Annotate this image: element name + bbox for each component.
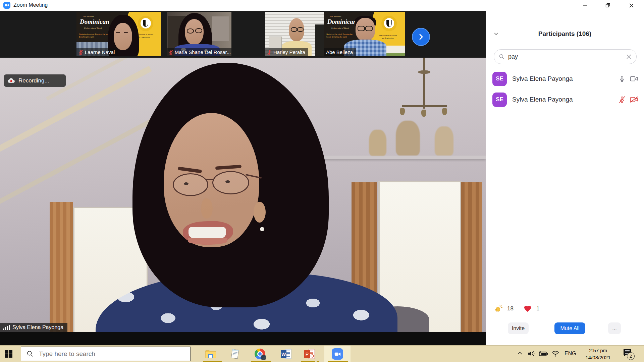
video-tile-maria-shane[interactable]: Maria Shane Del Rosar... (167, 12, 231, 56)
participant-row[interactable]: SE Sylva Elena Payonga (490, 69, 640, 88)
wifi-icon[interactable] (551, 350, 559, 359)
notification-badge: 2 (627, 352, 635, 360)
speaker-name: Sylva Elena Payonga (12, 324, 63, 330)
speaker-teeth (189, 227, 226, 238)
figurine (435, 126, 453, 156)
screen: Zoom Meeting The Premier Dominican Unive… (0, 0, 644, 362)
clock[interactable]: 2:57 pm 14/08/2021 (581, 347, 615, 361)
clear-search-icon[interactable] (626, 54, 632, 59)
more-options-button[interactable]: ... (608, 322, 621, 334)
participants-search-input[interactable] (507, 53, 624, 61)
earring (260, 227, 264, 231)
video-filmstrip: The Premier Dominican University of Bico… (0, 11, 486, 58)
zoom-app-icon (3, 2, 10, 9)
recording-label: Recording... (18, 77, 49, 84)
speaker-name-label: Sylva Elena Payonga (0, 323, 67, 332)
powerpoint-icon[interactable]: P (304, 348, 316, 360)
tray-date: 14/08/2021 (581, 354, 615, 361)
university-seal (138, 16, 153, 31)
start-button[interactable] (5, 350, 13, 359)
bg-motto: Vita Veritatis et Amorisex Gratitudine (375, 34, 401, 40)
taskbar-search-box[interactable] (21, 347, 191, 361)
chevron-right-icon (417, 33, 425, 41)
camera-on-icon (630, 75, 638, 82)
minimize-button[interactable] (577, 0, 593, 11)
notification-center-button[interactable]: 2 (622, 348, 632, 359)
figurine (369, 130, 386, 156)
room-wall (212, 16, 229, 41)
chandelier-arm (402, 105, 447, 107)
muted-mic-icon (267, 50, 272, 55)
tray-expand-button[interactable] (517, 350, 523, 359)
restore-button[interactable] (600, 0, 615, 11)
file-explorer-icon[interactable] (205, 348, 217, 360)
person-glasses (291, 27, 297, 32)
tray-time: 2:57 pm (581, 347, 615, 354)
video-tile-harley-peralta[interactable]: Harley Peralta (265, 12, 325, 56)
participant-name: Sylva Elena Payonga (512, 75, 613, 82)
svg-text:W: W (281, 352, 286, 357)
close-button[interactable] (624, 0, 639, 11)
clap-emoji (494, 304, 502, 313)
filmstrip-next-button[interactable] (412, 28, 430, 46)
zoom-taskbar-icon[interactable] (331, 348, 343, 360)
zoom-window-content: The Premier Dominican University of Bico… (0, 11, 486, 345)
participant-row[interactable]: SE Sylva Elena Payonga (490, 90, 640, 109)
battery-icon[interactable] (538, 350, 548, 359)
video-tile-laarne-naval[interactable]: The Premier Dominican University of Bico… (76, 12, 161, 56)
language-indicator[interactable]: ENG (565, 351, 576, 357)
recording-cloud-icon (7, 77, 15, 84)
participants-search-box[interactable] (494, 49, 637, 64)
mic-on-icon (619, 75, 626, 82)
avatar: SE (492, 72, 507, 86)
tile-name-label: Harley Peralta (265, 48, 308, 56)
bg-text: The Premier (330, 15, 341, 18)
chandelier-lamp (421, 110, 426, 117)
bg-text: Nurturing the mind, Forming the heart, E… (326, 33, 357, 39)
audio-level-icon (3, 325, 10, 330)
glasses-lens (173, 173, 208, 196)
heart-count: 1 (536, 305, 539, 312)
globe-overlay-icon (261, 355, 266, 360)
close-icon (629, 3, 634, 8)
participant-name: Sylva Elena Payonga (512, 96, 613, 103)
chevron-up-icon (517, 350, 523, 357)
window-titlebar: Zoom Meeting (0, 0, 644, 11)
invite-button[interactable]: Invite (508, 322, 529, 334)
restore-icon (605, 3, 610, 8)
person-glasses (195, 28, 202, 33)
mute-all-button[interactable]: Mute All (554, 322, 585, 334)
word-icon[interactable]: W (280, 348, 292, 360)
mic-muted-icon (619, 96, 626, 103)
tile-name-label: Laarne Naval (76, 48, 118, 56)
avatar: SE (492, 93, 507, 107)
monitor (315, 24, 325, 56)
main-video[interactable]: Recording... Sylva Elena Payonga (0, 58, 486, 332)
person-glasses (365, 26, 373, 31)
video-tile-abe-belleza[interactable]: The Premier Dominican University of Bico… (324, 12, 405, 56)
tile-name-label: Maria Shane Del Rosar... (167, 48, 231, 56)
participants-title: Participants (106) (486, 30, 644, 38)
bg-text: University of Bicol (331, 27, 349, 29)
speaker-ear (254, 202, 266, 223)
minimize-icon (583, 3, 587, 8)
muted-mic-icon (169, 50, 173, 55)
chandelier-lamp (400, 108, 405, 115)
curtain (461, 182, 482, 332)
participants-panel: Participants (106) SE Sylva Elena Payong… (486, 11, 644, 345)
person-glasses (187, 28, 194, 34)
muted-mic-icon (78, 50, 83, 55)
recording-indicator[interactable]: Recording... (4, 74, 66, 87)
taskbar-search-input[interactable] (38, 350, 167, 358)
window-title: Zoom Meeting (13, 2, 48, 8)
volume-icon[interactable] (527, 350, 536, 359)
glasses-bridge (205, 179, 213, 180)
chrome-icon[interactable] (254, 348, 266, 360)
reactions-summary: 18 1 (494, 304, 539, 313)
bg-text: Dominican (327, 18, 357, 25)
chandelier-lamp (442, 108, 447, 115)
notepad-icon[interactable] (229, 348, 241, 360)
tile-name-label: Abe Belleza (324, 48, 356, 56)
figurine (396, 121, 420, 156)
camera-off-icon (630, 96, 638, 103)
